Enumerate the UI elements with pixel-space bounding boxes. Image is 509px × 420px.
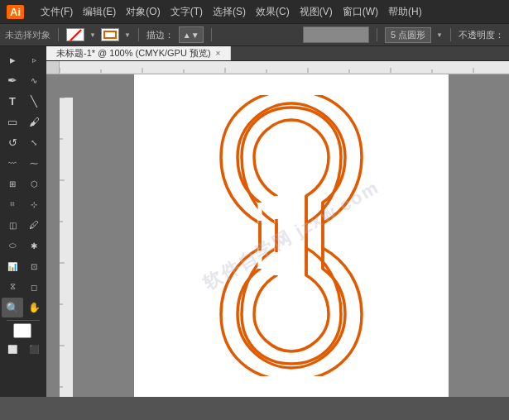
- curvature-tool[interactable]: ∿: [23, 70, 45, 90]
- canvas-row: 软件自学网 jzxw.com: [60, 74, 509, 397]
- fill-chevron[interactable]: ▼: [89, 31, 96, 39]
- separator-3: [211, 28, 212, 41]
- brush-dot-badge[interactable]: 5 点圆形: [385, 27, 431, 43]
- color-mode-select[interactable]: [303, 26, 369, 43]
- document-tab[interactable]: 未标题-1* @ 100% (CMYK/GPU 预览) ×: [46, 46, 231, 60]
- ruler-vertical: [60, 98, 73, 397]
- opacity-label: 不透明度：: [459, 29, 504, 41]
- ruler-corner: [46, 61, 60, 74]
- app-logo: Ai: [7, 5, 24, 19]
- menu-edit[interactable]: 编辑(E): [83, 5, 116, 19]
- slice-tool[interactable]: ⧖: [2, 277, 23, 297]
- stroke-width-select[interactable]: ▲▼: [179, 26, 204, 43]
- tool-row-5: ↺ ⤡: [0, 132, 46, 152]
- title-bar: Ai 文件(F) 编辑(E) 对象(O) 文字(T) 选择(S) 效果(C) 视…: [0, 0, 509, 23]
- tab-close-button[interactable]: ×: [216, 49, 221, 58]
- width-tool[interactable]: ⁓: [23, 153, 45, 173]
- draw-mode[interactable]: ⬜: [2, 339, 23, 359]
- tool-divider: [7, 320, 40, 321]
- tab-bar: 未标题-1* @ 100% (CMYK/GPU 预览) ×: [46, 46, 509, 61]
- type-tool[interactable]: T: [2, 91, 23, 111]
- artboard: 软件自学网 jzxw.com: [134, 74, 449, 397]
- svg-rect-12: [60, 98, 73, 397]
- menu-help[interactable]: 帮助(H): [388, 5, 422, 19]
- tool-row-9: ◫ 🖊: [0, 215, 46, 235]
- tool-row-4: ▭ 🖌: [0, 112, 46, 131]
- menu-select[interactable]: 选择(S): [213, 5, 246, 19]
- rotate-tool[interactable]: ↺: [2, 132, 23, 152]
- options-bar: 未选择对象 ▼ ▼ 描边： ▲▼ 5 点圆形 ▼ 不透明度：: [0, 23, 509, 46]
- tool-row-11: 📊 ⊡: [0, 256, 46, 276]
- scale-tool[interactable]: ⤡: [23, 132, 45, 152]
- toolbar: ▸ ▹ ✒ ∿ T ╲ ▭ 🖌 ↺ ⤡ 〰 ⁓ ⊞ ⬡ ⌗ ⊹: [0, 46, 46, 397]
- stroke-label: 描边：: [146, 29, 174, 41]
- eraser-tool[interactable]: ◻: [23, 277, 45, 297]
- fill-swatch[interactable]: [66, 28, 84, 41]
- tool-row-12: ⧖ ◻: [0, 277, 46, 297]
- menu-view[interactable]: 视图(V): [300, 5, 333, 19]
- tool-row-10: ⬭ ✱: [0, 236, 46, 255]
- zoom-tool[interactable]: 🔍: [2, 298, 23, 317]
- tool-row-1: ▸ ▹: [0, 50, 46, 69]
- tool-row-7: ⊞ ⬡: [0, 174, 46, 193]
- separator-1: [58, 28, 59, 41]
- ruler-horizontal: [60, 61, 509, 74]
- brush-chevron[interactable]: ▼: [436, 31, 443, 39]
- symbol-sprayer[interactable]: ✱: [23, 236, 45, 255]
- main-layout: ▸ ▹ ✒ ∿ T ╲ ▭ 🖌 ↺ ⤡ 〰 ⁓ ⊞ ⬡ ⌗ ⊹: [0, 46, 509, 397]
- blend-tool[interactable]: ⬭: [2, 236, 23, 255]
- tool-row-2: ✒ ∿: [0, 70, 46, 90]
- canvas-container: 软件自学网 jzxw.com: [46, 61, 509, 397]
- tool-row-15: ⬜ ⬛: [0, 339, 46, 359]
- tool-row-14: [0, 323, 46, 338]
- column-graph[interactable]: 📊: [2, 256, 23, 276]
- canvas-area: 未标题-1* @ 100% (CMYK/GPU 预览) ×: [46, 46, 509, 397]
- menu-bar: 文件(F) 编辑(E) 对象(O) 文字(T) 选择(S) 效果(C) 视图(V…: [41, 5, 422, 19]
- menu-file[interactable]: 文件(F): [41, 5, 73, 19]
- menu-type[interactable]: 文字(T): [170, 5, 203, 19]
- eyedropper-tool[interactable]: 🖊: [23, 215, 45, 235]
- svg-rect-0: [60, 61, 509, 73]
- fill-indicator[interactable]: [13, 323, 31, 338]
- rectangle-tool[interactable]: ▭: [2, 112, 23, 131]
- separator-2: [138, 28, 139, 41]
- live-paint[interactable]: ⬡: [23, 174, 45, 193]
- chain-link-artwork: [200, 95, 382, 376]
- menu-object[interactable]: 对象(O): [126, 5, 160, 19]
- menu-effect[interactable]: 效果(C): [256, 5, 290, 19]
- paintbrush-tool[interactable]: 🖌: [23, 112, 45, 131]
- artboard-tool[interactable]: ⊡: [23, 256, 45, 276]
- hand-tool[interactable]: ✋: [23, 298, 45, 317]
- mesh-tool[interactable]: ⊹: [23, 194, 45, 214]
- separator-5: [450, 28, 451, 41]
- direct-select-tool[interactable]: ▹: [23, 50, 45, 69]
- gradient-tool[interactable]: ◫: [2, 215, 23, 235]
- pen-tool[interactable]: ✒: [2, 70, 23, 90]
- selection-tool[interactable]: ▸: [2, 50, 23, 69]
- no-selection-label: 未选择对象: [5, 29, 50, 41]
- stroke-chevron[interactable]: ▼: [124, 31, 131, 39]
- tool-row-13: 🔍 ✋: [0, 298, 46, 317]
- perspective-grid[interactable]: ⌗: [2, 194, 23, 214]
- canvas-viewport[interactable]: 软件自学网 jzxw.com: [73, 74, 509, 397]
- stroke-swatch[interactable]: [101, 28, 119, 41]
- menu-window[interactable]: 窗口(W): [343, 5, 378, 19]
- canvas-inner: 软件自学网 jzxw.com: [60, 61, 509, 397]
- tool-row-3: T ╲: [0, 91, 46, 111]
- shape-builder[interactable]: ⊞: [2, 174, 23, 193]
- screen-mode[interactable]: ⬛: [23, 339, 45, 359]
- line-tool[interactable]: ╲: [23, 91, 45, 111]
- document-tab-title: 未标题-1* @ 100% (CMYK/GPU 预览): [56, 47, 211, 60]
- tool-row-6: 〰 ⁓: [0, 153, 46, 173]
- tool-row-8: ⌗ ⊹: [0, 194, 46, 214]
- warp-tool[interactable]: 〰: [2, 153, 23, 173]
- separator-4: [377, 28, 377, 41]
